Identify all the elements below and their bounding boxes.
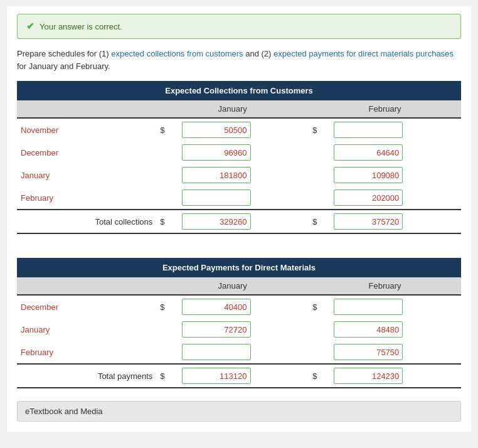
payments-december-feb-dollar: $ <box>309 295 330 318</box>
november-label: November <box>17 118 156 141</box>
collections-total-feb-input[interactable] <box>334 213 403 230</box>
collections-total-label: Total collections <box>17 210 156 233</box>
payments-section: Expected Payments for Direct Materials J… <box>17 258 461 388</box>
payments-table: Expected Payments for Direct Materials J… <box>17 258 461 388</box>
payments-title: Expected Payments for Direct Materials <box>17 258 461 277</box>
collections-section: Expected Collections from Customers Janu… <box>17 81 461 234</box>
payments-row-january: January <box>17 318 461 341</box>
payments-december-label: December <box>17 295 156 318</box>
collections-col1: January <box>156 100 309 118</box>
december-feb-input[interactable] <box>334 144 403 161</box>
payments-row-december: December $ $ <box>17 295 461 318</box>
collections-row-november: November $ $ <box>17 118 461 141</box>
payments-total-jan-dollar: $ <box>156 364 178 388</box>
payments-col-headers: January February <box>17 277 461 295</box>
payments-col2: February <box>309 277 461 295</box>
collections-title: Expected Collections from Customers <box>17 81 461 100</box>
intro-text: Prepare schedules for (1) expected colle… <box>17 48 461 72</box>
december-jan-input[interactable] <box>182 144 251 161</box>
payments-col1: January <box>156 277 309 295</box>
january-feb-input[interactable] <box>334 167 403 183</box>
payments-total-jan-input[interactable] <box>182 368 251 384</box>
collections-total-jan-dollar: $ <box>156 210 178 233</box>
payments-row-february: February <box>17 341 461 364</box>
february-jan-input[interactable] <box>182 189 251 206</box>
payments-total-label: Total payments <box>17 364 156 388</box>
payments-december-feb-input[interactable] <box>334 299 403 315</box>
january-jan-input[interactable] <box>182 167 251 183</box>
november-jan-dollar: $ <box>156 118 178 141</box>
collections-col2: February <box>309 100 461 118</box>
collections-header: Expected Collections from Customers <box>17 81 461 100</box>
payments-december-jan-input[interactable] <box>182 299 251 315</box>
collections-col-headers: January February <box>17 100 461 118</box>
payments-total-row: Total payments $ $ <box>17 364 461 388</box>
collections-row-february: February <box>17 186 461 210</box>
february-feb-input[interactable] <box>334 189 403 206</box>
footer-text: eTextbook and Media <box>25 407 103 416</box>
payments-february-feb-input[interactable] <box>334 344 403 360</box>
alert-message: Your answer is correct. <box>40 22 122 31</box>
collections-table: Expected Collections from Customers Janu… <box>17 81 461 234</box>
success-alert: ✔ Your answer is correct. <box>17 14 461 39</box>
collections-total-jan-input[interactable] <box>182 213 251 230</box>
payments-january-label: January <box>17 318 156 341</box>
february-label: February <box>17 186 156 210</box>
january-label: January <box>17 164 156 186</box>
december-label: December <box>17 141 156 164</box>
payments-february-jan-input[interactable] <box>182 344 251 360</box>
november-jan-input[interactable] <box>182 122 251 138</box>
november-feb-input[interactable] <box>334 122 403 138</box>
payments-february-label: February <box>17 341 156 364</box>
collections-total-row: Total collections $ $ <box>17 210 461 233</box>
collections-row-january: January <box>17 164 461 186</box>
check-icon: ✔ <box>26 21 35 32</box>
page-container: ✔ Your answer is correct. Prepare schedu… <box>7 6 471 432</box>
november-feb-dollar: $ <box>309 118 330 141</box>
collections-row-december: December <box>17 141 461 164</box>
section-spacer <box>17 247 461 258</box>
collections-total-feb-dollar: $ <box>309 210 330 233</box>
payments-total-feb-dollar: $ <box>309 364 330 388</box>
payments-january-jan-input[interactable] <box>182 321 251 338</box>
payments-december-jan-dollar: $ <box>156 295 178 318</box>
payments-header: Expected Payments for Direct Materials <box>17 258 461 277</box>
payments-january-feb-input[interactable] <box>334 321 403 338</box>
payments-total-feb-input[interactable] <box>334 368 403 384</box>
footer-bar: eTextbook and Media <box>17 401 461 422</box>
